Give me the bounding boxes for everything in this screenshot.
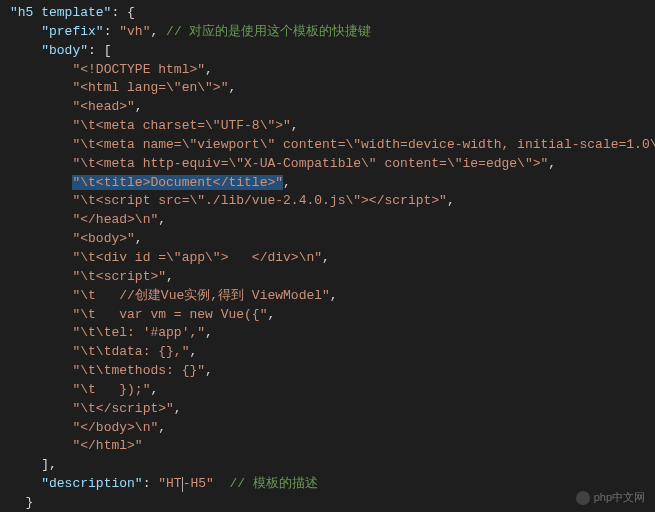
code-line[interactable]: "</html>" [10, 437, 655, 456]
code-line[interactable]: "</body>\n", [10, 419, 655, 438]
code-line[interactable]: "\t\tel: '#app',", [10, 324, 655, 343]
code-line[interactable]: "\t //创建Vue实例,得到 ViewModel", [10, 287, 655, 306]
code-line[interactable]: "</head>\n", [10, 211, 655, 230]
code-line[interactable]: } [10, 494, 655, 512]
watermark: php中文网 [576, 490, 645, 506]
code-line[interactable]: "\t<meta charset=\"UTF-8\">", [10, 117, 655, 136]
code-line[interactable]: "\t<title>Document</title>", [10, 174, 655, 193]
code-line[interactable]: "\t<script>", [10, 268, 655, 287]
php-logo-icon [576, 491, 590, 505]
code-line[interactable]: "<html lang=\"en\">", [10, 79, 655, 98]
code-line[interactable]: "\t\tdata: {},", [10, 343, 655, 362]
code-line[interactable]: "\t });", [10, 381, 655, 400]
watermark-text: php中文网 [594, 490, 645, 506]
code-line[interactable]: "\t</script>", [10, 400, 655, 419]
code-line[interactable]: "\t<meta http-equiv=\"X-UA-Compatible\" … [10, 155, 655, 174]
code-editor-area[interactable]: "h5 template": { "prefix": "vh", // 对应的是… [10, 4, 655, 512]
code-line[interactable]: "<body>", [10, 230, 655, 249]
code-line[interactable]: "\t<script src=\"./lib/vue-2.4.0.js\"></… [10, 192, 655, 211]
code-line[interactable]: "body": [ [10, 42, 655, 61]
code-line[interactable]: "<head>", [10, 98, 655, 117]
code-line[interactable]: "prefix": "vh", // 对应的是使用这个模板的快捷键 [10, 23, 655, 42]
code-line[interactable]: "\t<div id =\"app\"> </div>\n", [10, 249, 655, 268]
code-line[interactable]: ], [10, 456, 655, 475]
code-line[interactable]: "<!DOCTYPE html>", [10, 61, 655, 80]
code-line[interactable]: "\t\tmethods: {}", [10, 362, 655, 381]
code-line[interactable]: "description": "HT-H5" // 模板的描述 [10, 475, 655, 494]
code-line[interactable]: "h5 template": { [10, 4, 655, 23]
code-line[interactable]: "\t var vm = new Vue({", [10, 306, 655, 325]
code-line[interactable]: "\t<meta name=\"viewport\" content=\"wid… [10, 136, 655, 155]
